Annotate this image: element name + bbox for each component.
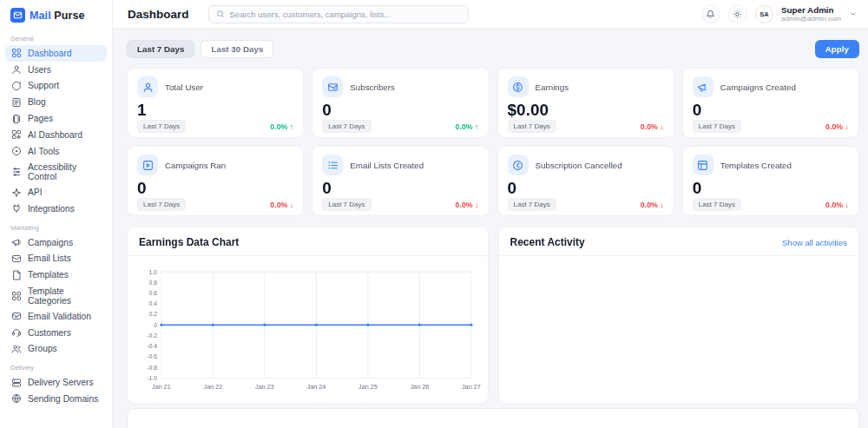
stat-change-up: 0.0% ↑: [456, 122, 479, 131]
sidebar-item-dashboard[interactable]: Dashboard: [5, 45, 107, 62]
search-icon: [216, 10, 225, 18]
sidebar-item-label: Blog: [28, 97, 46, 107]
stat-card-templates-created: Templates Created 0 Last 7 Days 0.0% ↓: [682, 146, 859, 216]
sidebar-item-campaigns[interactable]: Campaigns: [5, 234, 107, 251]
svg-text:Jan 24: Jan 24: [307, 383, 326, 391]
blog-icon: [11, 97, 22, 108]
sidebar-item-blog[interactable]: Blog: [5, 94, 107, 110]
page-title: Dashboard: [128, 8, 189, 21]
sidebar-section-label: Delivery: [0, 357, 112, 374]
sidebar-item-pages[interactable]: Pages: [5, 110, 107, 127]
stat-card-total-user: Total User 1 Last 7 Days 0.0% ↑: [127, 68, 304, 138]
sidebar-item-label: AI Tools: [28, 147, 59, 156]
show-all-activities-link[interactable]: Show all activities: [782, 238, 847, 247]
stat-value: 1: [137, 101, 293, 120]
chevron-down-icon[interactable]: [849, 10, 858, 18]
stat-period-badge: Last 7 Days: [137, 198, 186, 211]
stat-period-badge: Last 7 Days: [508, 120, 556, 133]
sidebar-item-users[interactable]: Users: [5, 62, 107, 78]
earnings-icon: [508, 76, 529, 97]
campaigns-ran-icon: [137, 155, 158, 175]
sidebar-item-groups[interactable]: Groups: [5, 341, 107, 358]
sidebar-item-support[interactable]: Support: [5, 78, 107, 95]
user-avatar[interactable]: SA: [755, 5, 773, 23]
brand-name: Mail Purse: [30, 10, 85, 22]
sidebar-item-customers[interactable]: Customers: [5, 325, 107, 341]
recent-activity-title: Recent Activity: [510, 236, 585, 248]
stat-period-badge: Last 7 Days: [137, 120, 186, 133]
stat-value: $0.00: [508, 101, 664, 120]
sidebar-item-ai-dashboard[interactable]: AI Dashboard: [5, 127, 107, 143]
stats-grid: Total User 1 Last 7 Days 0.0% ↑ Subscrib…: [127, 68, 859, 216]
sidebar-item-label: Email Lists: [28, 254, 71, 263]
email-lists-created-icon: [322, 155, 343, 175]
stat-title: Earnings: [536, 82, 569, 92]
earnings-chart-panel: Earnings Data Chart 1.00.80.60.40.20-0.2…: [127, 227, 489, 404]
sidebar-item-label: Dashboard: [28, 49, 71, 58]
sidebar-item-api[interactable]: API: [5, 184, 107, 201]
notifications-button[interactable]: [701, 4, 720, 23]
campaigns-created-icon: [693, 76, 713, 97]
apply-button[interactable]: Apply: [815, 40, 859, 58]
sidebar-item-delivery-servers[interactable]: Delivery Servers: [5, 374, 107, 391]
sidebar-item-label: Sending Domains: [28, 394, 98, 404]
subscription-cancelled-icon: [508, 155, 529, 175]
stat-change-down: 0.0% ↓: [270, 201, 293, 209]
stat-card-earnings: Earnings $0.00 Last 7 Days 0.0% ↓: [497, 68, 674, 138]
sidebar-item-accessibility-control[interactable]: Accessibility Control: [5, 159, 107, 184]
sidebar-item-label: AI Dashboard: [28, 130, 82, 140]
stat-period-badge: Last 7 Days: [322, 120, 371, 133]
stat-value: 0: [508, 179, 664, 198]
svg-text:0.6: 0.6: [149, 290, 158, 296]
stat-title: Subscribers: [350, 82, 395, 92]
templates-icon: [11, 270, 22, 280]
sidebar-item-label: API: [28, 188, 43, 197]
last-7-days-toggle[interactable]: Last 7 Days: [127, 40, 194, 58]
stat-card-subscribers: Subscribers 0 Last 7 Days 0.0% ↑: [312, 68, 489, 138]
user-name: Super Admin: [781, 5, 841, 15]
sidebar-item-templates[interactable]: Templates: [5, 267, 107, 283]
stat-title: Subscription Cancelled: [536, 161, 622, 170]
groups-icon: [11, 344, 22, 354]
support-icon: [11, 81, 22, 91]
svg-text:Jan 23: Jan 23: [255, 383, 274, 391]
search-input[interactable]: [230, 10, 461, 19]
email-lists-icon: [11, 254, 22, 264]
stat-card-campaigns-ran: Campaigns Ran 0 Last 7 Days 0.0% ↓: [127, 146, 304, 216]
svg-text:-0.4: -0.4: [147, 343, 157, 349]
sidebar-item-template-categories[interactable]: Template Categories: [5, 283, 107, 308]
theme-toggle-button[interactable]: [728, 4, 747, 23]
last-30-days-toggle[interactable]: Last 30 Days: [201, 40, 273, 58]
sidebar-item-label: Accessibility Control: [28, 162, 101, 181]
svg-text:1.0: 1.0: [149, 269, 158, 275]
sidebar-item-sending-domains[interactable]: Sending Domains: [5, 391, 107, 407]
stat-value: 0: [322, 101, 478, 120]
user-info[interactable]: Super Admin admin@admin.com: [781, 5, 841, 23]
pages-icon: [11, 114, 22, 124]
customers-icon: [11, 327, 22, 338]
sending-domains-icon: [11, 393, 22, 404]
top-header: Dashboard SA Super Admin admin@admin.com: [113, 0, 868, 29]
sidebar-item-email-lists[interactable]: Email Lists: [5, 251, 107, 267]
footer-panel: [127, 408, 859, 428]
sidebar-item-integrations[interactable]: Integrations: [5, 201, 107, 217]
sidebar-item-ai-tools[interactable]: AI Tools: [5, 143, 107, 160]
brand-logo[interactable]: Mail Purse: [0, 0, 112, 28]
earnings-chart-svg: 1.00.80.60.40.20-0.2-0.4-0.6-0.8-1.0Jan …: [133, 261, 483, 400]
sidebar-item-label: Email Validation: [28, 312, 91, 321]
stat-card-subscription-cancelled: Subscription Cancelled 0 Last 7 Days 0.0…: [497, 146, 674, 216]
sidebar-item-label: Customers: [28, 328, 71, 338]
templates-created-icon: [693, 155, 713, 175]
stat-change-down: 0.0% ↓: [825, 122, 849, 131]
stat-period-badge: Last 7 Days: [693, 120, 741, 133]
svg-text:Jan 27: Jan 27: [462, 383, 481, 391]
sidebar-item-label: Integrations: [28, 204, 75, 214]
sidebar-item-label: Campaigns: [28, 238, 73, 247]
global-search[interactable]: [208, 5, 469, 23]
ai-dashboard-icon: [11, 129, 22, 140]
subscribers-icon: [322, 76, 343, 97]
email-validation-icon: [11, 311, 22, 321]
campaigns-icon: [11, 237, 22, 247]
stat-change-up: 0.0% ↑: [270, 122, 293, 131]
sidebar-item-email-validation[interactable]: Email Validation: [5, 308, 107, 325]
